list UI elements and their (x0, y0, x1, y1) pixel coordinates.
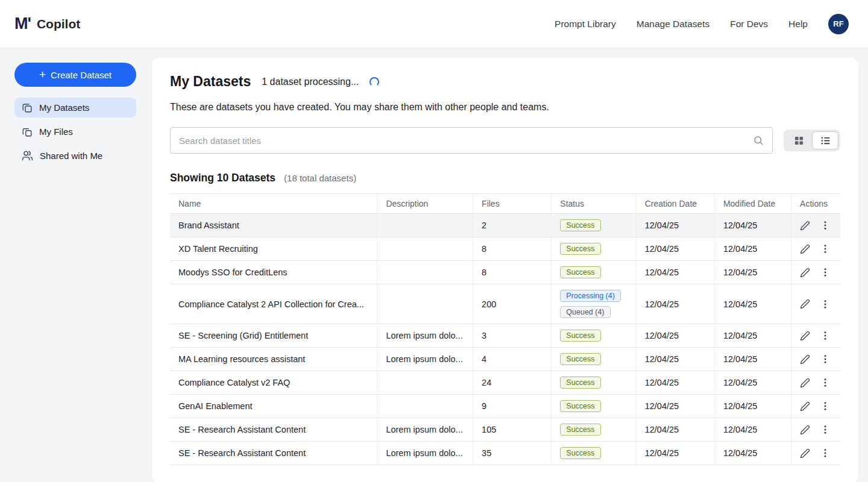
table-row[interactable]: MA Learning resources assistantLorem ips… (170, 348, 840, 371)
cell-actions (791, 284, 840, 324)
edit-button[interactable] (800, 378, 810, 388)
grid-icon (794, 136, 804, 145)
sidebar-item-my-files[interactable]: My Files (14, 122, 136, 142)
sidebar: + Create Dataset My DatasetsMy FilesShar… (0, 48, 151, 482)
pencil-icon (800, 244, 810, 254)
table-body: Brand Assistant2Success12/04/2512/04/25X… (170, 214, 840, 465)
edit-button[interactable] (800, 268, 810, 278)
cell-modified-date: 12/04/25 (714, 371, 791, 395)
cell-modified-date: 12/04/25 (714, 284, 791, 324)
cell-modified-date: 12/04/25 (714, 214, 791, 237)
cell-name: SE - Screening (Grid) Entitlement (170, 324, 377, 348)
row-menu-button[interactable] (820, 354, 830, 364)
sidebar-item-label: My Datasets (39, 102, 89, 113)
cell-name: SE - Research Assistant Content (170, 442, 377, 465)
kebab-menu-icon (820, 378, 830, 387)
edit-button[interactable] (800, 331, 810, 341)
cell-description (377, 284, 473, 324)
create-dataset-button[interactable]: + Create Dataset (14, 63, 136, 87)
cell-modified-date: 12/04/25 (714, 261, 791, 284)
sidebar-item-label: My Files (39, 127, 73, 137)
status-badge-success: Success (560, 266, 600, 278)
pencil-icon (800, 448, 810, 459)
cell-actions (791, 261, 840, 284)
top-header: M' Copilot Prompt LibraryManage Datasets… (0, 0, 868, 48)
cell-modified-date: 12/04/25 (714, 395, 791, 418)
nav-item-help[interactable]: Help (788, 19, 808, 30)
table-row[interactable]: Brand Assistant2Success12/04/2512/04/25 (170, 214, 840, 237)
status-badge-success: Success (560, 353, 600, 365)
cell-description (377, 214, 473, 237)
table-row[interactable]: GenAI Enablement9Success12/04/2512/04/25 (170, 395, 840, 418)
cell-files: 3 (473, 324, 552, 348)
table-row[interactable]: SE - Research Assistant ContentLorem ips… (170, 418, 840, 442)
table-row[interactable]: SE - Research Assistant ContentLorem ips… (170, 442, 840, 465)
avatar[interactable]: RF (828, 14, 849, 34)
cell-actions (791, 371, 840, 395)
row-menu-button[interactable] (820, 268, 830, 277)
row-menu-button[interactable] (820, 331, 830, 340)
cell-actions (791, 214, 840, 237)
cell-creation-date: 12/04/25 (636, 284, 714, 324)
create-dataset-label: Create Dataset (51, 70, 112, 80)
cell-description (377, 395, 473, 418)
status-badge-success: Success (560, 447, 600, 459)
cell-actions (791, 418, 840, 442)
edit-button[interactable] (800, 244, 810, 254)
title-row: My Datasets 1 dataset processing... (170, 74, 840, 90)
nav-item-for-devs[interactable]: For Devs (730, 19, 768, 30)
cell-creation-date: 12/04/25 (636, 261, 714, 284)
cell-name: SE - Research Assistant Content (170, 418, 377, 442)
table-row[interactable]: Compliance Catalyst 2 API Collection for… (170, 284, 840, 324)
cell-modified-date: 12/04/25 (714, 442, 791, 465)
cell-description: Lorem ipsum dolo... (377, 442, 473, 465)
kebab-menu-icon (820, 331, 830, 340)
datasets-icon (22, 102, 33, 113)
cell-creation-date: 12/04/25 (636, 418, 714, 442)
cell-status: Success (552, 418, 636, 442)
pencil-icon (800, 401, 810, 412)
showing-count: Showing 10 Datasets (170, 172, 275, 184)
edit-button[interactable] (800, 221, 810, 231)
status-badge-success: Success (560, 424, 600, 436)
row-menu-button[interactable] (820, 401, 830, 411)
cell-description (377, 261, 473, 284)
row-menu-button[interactable] (820, 378, 830, 387)
shared-icon (22, 150, 33, 161)
sidebar-item-shared-with-me[interactable]: Shared with Me (14, 146, 136, 166)
table-row[interactable]: XD Talent Recruiting8Success12/04/2512/0… (170, 237, 840, 261)
cell-creation-date: 12/04/25 (636, 214, 714, 237)
main-area: My Datasets 1 dataset processing... Thes… (151, 48, 868, 482)
grid-view-button[interactable] (785, 131, 812, 149)
edit-button[interactable] (800, 425, 810, 435)
kebab-menu-icon (820, 354, 830, 364)
edit-button[interactable] (800, 401, 810, 412)
sidebar-item-my-datasets[interactable]: My Datasets (14, 98, 136, 117)
pencil-icon (800, 268, 810, 278)
cell-status: Success (552, 237, 636, 261)
list-view-button[interactable] (812, 131, 838, 149)
total-count: (18 total datasets) (284, 173, 356, 183)
search-input[interactable] (179, 136, 753, 146)
cell-actions (791, 395, 840, 418)
search-box (170, 127, 773, 154)
status-badge-processing: Processing (4) (560, 290, 621, 302)
row-menu-button[interactable] (820, 299, 830, 309)
cell-name: Compliance Catalyst 2 API Collection for… (170, 284, 377, 324)
datasets-table: NameDescriptionFilesStatusCreation DateM… (170, 193, 840, 465)
nav-item-manage-datasets[interactable]: Manage Datasets (637, 19, 710, 30)
row-menu-button[interactable] (820, 448, 830, 458)
edit-button[interactable] (800, 448, 810, 459)
table-row[interactable]: SE - Screening (Grid) EntitlementLorem i… (170, 324, 840, 348)
table-row[interactable]: Moodys SSO for CreditLens8Success12/04/2… (170, 261, 840, 284)
cell-name: Compliance Catalyst v2 FAQ (170, 371, 377, 395)
nav-item-prompt-library[interactable]: Prompt Library (555, 19, 616, 30)
cell-name: GenAI Enablement (170, 395, 377, 418)
pencil-icon (800, 299, 810, 309)
table-row[interactable]: Compliance Catalyst v2 FAQ24Success12/04… (170, 371, 840, 395)
row-menu-button[interactable] (820, 425, 830, 434)
row-menu-button[interactable] (820, 221, 830, 230)
edit-button[interactable] (800, 299, 810, 309)
edit-button[interactable] (800, 354, 810, 365)
row-menu-button[interactable] (820, 244, 830, 254)
